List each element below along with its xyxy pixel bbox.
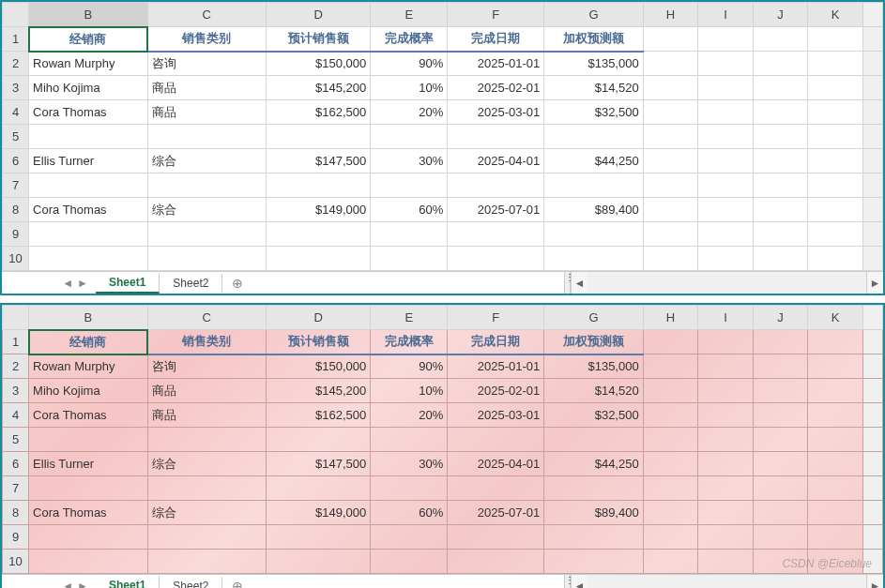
cell-D8[interactable]: $149,000	[267, 501, 371, 525]
cell-K7[interactable]	[808, 476, 863, 501]
cell-C9[interactable]	[147, 222, 266, 247]
cell-B4[interactable]: Cora Thomas	[29, 100, 147, 125]
vertical-scrollbar[interactable]	[862, 100, 882, 125]
cell-K6[interactable]	[808, 452, 863, 476]
cell-E3[interactable]: 10%	[371, 76, 448, 100]
cell-F6[interactable]: 2025-04-01	[448, 452, 544, 476]
grid-area-pink[interactable]: BCDEFGHIJK1经销商销售类别预计销售额完成概率完成日期加权预测额2Row…	[2, 305, 883, 574]
cell-K7[interactable]	[808, 173, 863, 198]
vertical-scrollbar[interactable]	[862, 149, 882, 173]
row-header[interactable]: 9	[3, 222, 29, 247]
cell-D3[interactable]: $145,200	[267, 379, 371, 403]
cell-J5[interactable]	[753, 125, 808, 149]
column-header-G[interactable]: G	[544, 306, 643, 330]
vertical-scrollbar[interactable]	[862, 403, 882, 428]
row-header[interactable]: 7	[3, 173, 29, 198]
cell-J1[interactable]	[753, 330, 808, 354]
cell-B6[interactable]: Ellis Turner	[29, 452, 147, 476]
cell-I8[interactable]	[698, 198, 754, 222]
hscroll-right-icon[interactable]: ►	[866, 272, 883, 294]
cell-F7[interactable]	[448, 476, 544, 501]
column-header-H[interactable]: H	[643, 3, 698, 27]
cell-K9[interactable]	[808, 525, 863, 550]
vertical-scrollbar[interactable]	[862, 476, 882, 501]
cell-D1[interactable]: 预计销售额	[267, 330, 371, 354]
cell-G9[interactable]	[544, 525, 643, 550]
cell-I9[interactable]	[698, 525, 754, 550]
cell-I2[interactable]	[698, 52, 754, 76]
row-header[interactable]: 10	[3, 247, 29, 271]
column-header-B[interactable]: B	[29, 306, 147, 330]
row-header[interactable]: 9	[3, 525, 29, 550]
cell-B9[interactable]	[29, 222, 147, 247]
cell-J3[interactable]	[753, 379, 808, 403]
vertical-scrollbar[interactable]	[862, 173, 882, 198]
cell-G1[interactable]: 加权预测额	[544, 330, 643, 354]
cell-H1[interactable]	[643, 330, 698, 354]
column-header-F[interactable]: F	[448, 306, 544, 330]
cell-D4[interactable]: $162,500	[267, 100, 371, 125]
cell-D9[interactable]	[267, 525, 371, 550]
vertical-scrollbar[interactable]	[862, 3, 882, 27]
cell-H6[interactable]	[643, 149, 698, 173]
cell-C5[interactable]	[147, 125, 266, 149]
cell-C9[interactable]	[147, 525, 266, 550]
cell-F5[interactable]	[448, 428, 544, 452]
cell-E10[interactable]	[371, 247, 448, 271]
grid-area[interactable]: BCDEFGHIJK1经销商销售类别预计销售额完成概率完成日期加权预测额2Row…	[2, 2, 883, 271]
cell-E8[interactable]: 60%	[371, 198, 448, 222]
cell-I4[interactable]	[698, 100, 754, 125]
cell-G2[interactable]: $135,000	[544, 354, 643, 379]
cell-I7[interactable]	[698, 173, 754, 198]
cell-D7[interactable]	[267, 173, 371, 198]
row-header[interactable]: 3	[3, 379, 29, 403]
cell-B1[interactable]: 经销商	[29, 27, 147, 52]
sheet-tab-sheet2[interactable]: Sheet2	[160, 577, 222, 589]
cell-J9[interactable]	[753, 525, 808, 550]
cell-E5[interactable]	[371, 125, 448, 149]
cell-C4[interactable]: 商品	[147, 100, 266, 125]
cell-I1[interactable]	[698, 27, 754, 52]
cell-H1[interactable]	[643, 27, 698, 52]
cell-K5[interactable]	[808, 428, 863, 452]
cell-J6[interactable]	[753, 452, 808, 476]
cell-B7[interactable]	[29, 173, 147, 198]
column-header-K[interactable]: K	[808, 3, 863, 27]
cell-C4[interactable]: 商品	[147, 403, 266, 428]
cell-D8[interactable]: $149,000	[267, 198, 371, 222]
cell-B5[interactable]	[29, 428, 147, 452]
cell-I8[interactable]	[698, 501, 754, 525]
row-header[interactable]: 8	[3, 198, 29, 222]
column-header-F[interactable]: F	[448, 3, 544, 27]
cell-E6[interactable]: 30%	[371, 452, 448, 476]
hscroll-right-icon[interactable]: ►	[866, 575, 883, 588]
cell-J8[interactable]	[753, 501, 808, 525]
cell-H4[interactable]	[643, 403, 698, 428]
cell-H8[interactable]	[643, 198, 698, 222]
cell-K3[interactable]	[808, 76, 863, 100]
cell-J4[interactable]	[753, 100, 808, 125]
cell-B4[interactable]: Cora Thomas	[29, 403, 147, 428]
row-header[interactable]: 7	[3, 476, 29, 501]
cell-F2[interactable]: 2025-01-01	[448, 52, 544, 76]
cell-K8[interactable]	[808, 198, 863, 222]
cell-F7[interactable]	[448, 173, 544, 198]
cell-F9[interactable]	[448, 222, 544, 247]
select-all-corner[interactable]	[3, 3, 29, 27]
cell-C1[interactable]: 销售类别	[147, 27, 266, 52]
cell-K6[interactable]	[808, 149, 863, 173]
cell-D10[interactable]	[267, 247, 371, 271]
cell-K2[interactable]	[808, 52, 863, 76]
row-header[interactable]: 5	[3, 125, 29, 149]
cell-E7[interactable]	[371, 476, 448, 501]
cell-I7[interactable]	[698, 476, 754, 501]
vertical-scrollbar[interactable]	[862, 27, 882, 52]
cell-D3[interactable]: $145,200	[267, 76, 371, 100]
cell-K4[interactable]	[808, 100, 863, 125]
cell-H2[interactable]	[643, 52, 698, 76]
cell-E7[interactable]	[371, 173, 448, 198]
hscroll-left-icon[interactable]: ◄	[571, 575, 587, 588]
cell-B6[interactable]: Ellis Turner	[29, 149, 147, 173]
cell-E9[interactable]	[371, 525, 448, 550]
cell-J5[interactable]	[753, 428, 808, 452]
